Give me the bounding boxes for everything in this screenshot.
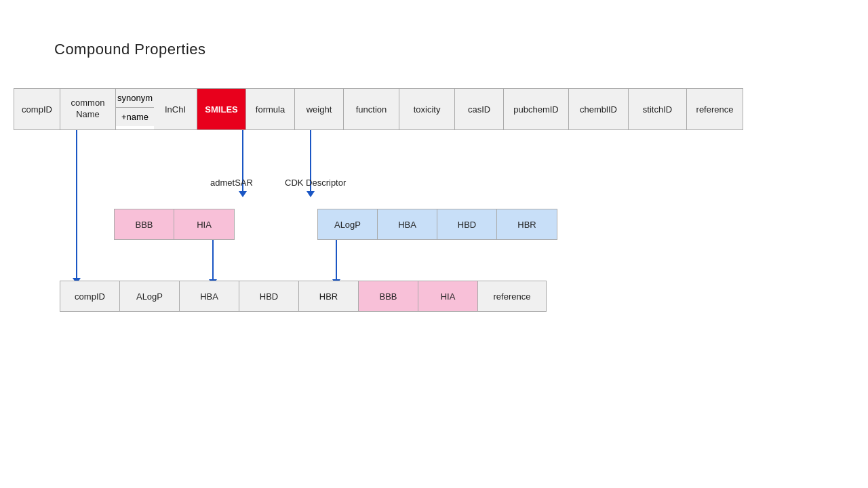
admetsar-boxes: BBB HIA	[114, 209, 235, 240]
bottom-bbb: BBB	[359, 281, 418, 311]
header-stitchid: stitchID	[629, 89, 687, 129]
bottom-reference: reference	[478, 281, 546, 311]
header-synonym-top: synonym	[116, 89, 154, 108]
header-formula: formula	[246, 89, 295, 129]
header-function: function	[344, 89, 399, 129]
bottom-hbr: HBR	[299, 281, 359, 311]
header-reference: reference	[687, 89, 743, 129]
header-casid: casID	[455, 89, 504, 129]
header-pubchemid: pubchemID	[504, 89, 569, 129]
header-compid: compID	[14, 89, 60, 129]
alogp-box: ALogP	[318, 209, 378, 239]
bottom-row: compID ALogP HBA HBD HBR BBB HIA referen…	[60, 281, 547, 312]
page-title: Compound Properties	[54, 41, 206, 58]
header-table: compID commonName synonym +name InChI SM…	[14, 88, 743, 130]
header-weight: weight	[295, 89, 344, 129]
bottom-alogp: ALogP	[120, 281, 180, 311]
hia-box: HIA	[174, 209, 234, 239]
header-inchi: InChI	[154, 89, 197, 129]
bottom-compid: compID	[60, 281, 120, 311]
bottom-hba: HBA	[180, 281, 239, 311]
header-commonname: commonName	[60, 89, 116, 129]
bottom-hbd: HBD	[239, 281, 299, 311]
compid-arrow	[73, 130, 81, 284]
hbr-box: HBR	[497, 209, 557, 239]
header-smiles: SMILES	[197, 89, 246, 129]
bbb-box: BBB	[115, 209, 174, 239]
hbd-box: HBD	[437, 209, 497, 239]
header-synonym-bottom: +name	[116, 108, 154, 126]
bottom-hia: HIA	[418, 281, 478, 311]
header-chemblid: chemblID	[569, 89, 629, 129]
cdk-boxes: ALogP HBA HBD HBR	[317, 209, 557, 240]
hba-box: HBA	[378, 209, 437, 239]
hia-down-arrow	[209, 240, 217, 285]
admetsar-label: admetSAR	[210, 178, 253, 188]
cdk-down-arrow	[332, 240, 340, 285]
cdk-label: CDK Descriptor	[285, 178, 346, 188]
header-toxicity: toxicity	[399, 89, 455, 129]
header-synonym-group: synonym +name	[116, 89, 154, 129]
